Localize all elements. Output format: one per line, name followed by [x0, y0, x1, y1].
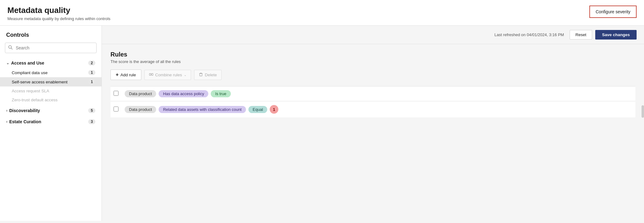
sidebar-item-label-compliant-data-use: Compliant data use — [12, 70, 48, 75]
main-layout: Controls ⌄ Access and Use 2 Compliant da… — [0, 26, 644, 221]
rule-1-checkbox[interactable] — [114, 91, 118, 96]
table-row: Data product Has data access policy Is t… — [110, 86, 635, 101]
rule-2-tag-data-product: Data product — [125, 106, 156, 113]
sidebar-item-compliant-data-use[interactable]: Compliant data use 1 — [0, 68, 102, 77]
sidebar-item-self-serve-access[interactable]: Self-serve access enablement 1 — [0, 77, 102, 86]
header-title-block: Metadata quality Measure metadata qualit… — [7, 6, 110, 21]
rule-1-tag-data-product: Data product — [125, 90, 156, 97]
search-icon — [8, 45, 13, 51]
sidebar-title: Controls — [0, 32, 102, 43]
plus-icon: + — [116, 72, 118, 78]
rule-1-tags: Data product Has data access policy Is t… — [125, 90, 632, 97]
chevron-down-icon: ⌄ — [6, 61, 9, 65]
combine-rules-button: Combine rules ⌄ — [144, 70, 191, 80]
svg-rect-3 — [152, 74, 153, 75]
sidebar-section-access-and-use: ⌄ Access and Use 2 Compliant data use 1 … — [0, 58, 102, 104]
last-refreshed-label: Last refreshed on 04/01/2024, 3:16 PM — [494, 32, 564, 37]
reset-button[interactable]: Reset — [570, 30, 592, 40]
sidebar-section-label-estate-curation: Estate Curation — [9, 119, 41, 124]
chevron-right-icon: › — [6, 108, 7, 113]
sidebar-section-header-discoverability[interactable]: › Discoverability 5 — [0, 106, 102, 116]
sidebar-section-header-estate-curation[interactable]: › Estate Curation 3 — [0, 117, 102, 127]
sidebar-section-badge-discoverability: 5 — [88, 108, 95, 113]
rule-1-tag-is-true: Is true — [211, 90, 231, 97]
svg-rect-5 — [200, 74, 202, 76]
configure-severity-button[interactable]: Configure severity — [589, 6, 637, 18]
chevron-right-icon-2: › — [6, 120, 7, 124]
sidebar-item-badge-compliant-data-use: 1 — [88, 70, 95, 75]
chevron-down-combine-icon: ⌄ — [184, 73, 186, 77]
sidebar: Controls ⌄ Access and Use 2 Compliant da… — [0, 26, 102, 221]
scrollbar-indicator — [642, 105, 644, 118]
rule-2-tag-classification-count: Related data assets with classification … — [159, 106, 246, 113]
rules-subtitle: The score is the average of all the rule… — [110, 59, 635, 64]
trash-icon — [199, 72, 203, 78]
sidebar-section-estate-curation: › Estate Curation 3 — [0, 117, 102, 127]
rule-2-tag-equal: Equal — [248, 106, 267, 113]
rules-table: Data product Has data access policy Is t… — [110, 86, 635, 117]
rules-actions-bar: + Add rule Combine rules ⌄ — [110, 69, 635, 80]
rules-title: Rules — [110, 51, 635, 58]
sidebar-item-label-self-serve-access: Self-serve access enablement — [12, 80, 68, 84]
delete-button: Delete — [194, 70, 222, 80]
sidebar-section-badge-estate-curation: 3 — [88, 119, 95, 124]
rule-1-tag-has-data-access-policy: Has data access policy — [159, 90, 208, 97]
combine-icon — [149, 72, 153, 78]
rules-section: Rules The score is the average of all th… — [102, 44, 644, 124]
sidebar-search-container — [5, 43, 97, 53]
svg-rect-2 — [149, 74, 151, 75]
content-area: Last refreshed on 04/01/2024, 3:16 PM Re… — [102, 26, 644, 221]
rule-2-tag-number-1: 1 — [270, 105, 278, 114]
sidebar-section-badge-access-and-use: 2 — [88, 61, 95, 65]
sidebar-item-access-request-sla: Access request SLA — [0, 86, 102, 95]
save-changes-button[interactable]: Save changes — [595, 30, 637, 40]
sidebar-section-label-discoverability: Discoverability — [9, 108, 40, 113]
search-input[interactable] — [5, 43, 97, 53]
sidebar-item-label-access-request-sla: Access request SLA — [12, 89, 49, 93]
rule-2-checkbox[interactable] — [114, 107, 118, 112]
sidebar-item-badge-self-serve-access: 1 — [88, 79, 95, 84]
sidebar-section-header-access-and-use[interactable]: ⌄ Access and Use 2 — [0, 58, 102, 68]
sidebar-section-discoverability: › Discoverability 5 — [0, 106, 102, 116]
add-rule-button[interactable]: + Add rule — [110, 69, 141, 80]
sidebar-section-label-access-and-use: Access and Use — [11, 61, 44, 65]
content-toolbar: Last refreshed on 04/01/2024, 3:16 PM Re… — [102, 26, 644, 44]
page-title: Metadata quality — [7, 6, 110, 15]
table-row: Data product Related data assets with cl… — [110, 101, 635, 118]
sidebar-item-zero-trust: Zero-trust default access — [0, 95, 102, 104]
rule-2-tags: Data product Related data assets with cl… — [125, 105, 632, 114]
top-header: Metadata quality Measure metadata qualit… — [0, 0, 644, 26]
page-subtitle: Measure metadata quality by defining rul… — [7, 16, 110, 21]
sidebar-item-label-zero-trust: Zero-trust default access — [12, 98, 58, 102]
svg-line-1 — [11, 48, 12, 49]
